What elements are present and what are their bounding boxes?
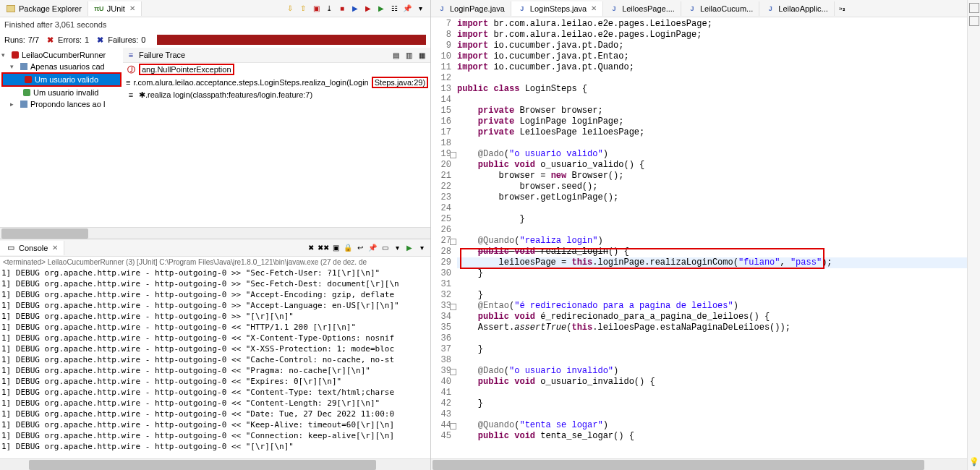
editor-tab-active[interactable]: JLoginSteps.java✕ <box>511 1 603 16</box>
close-icon[interactable]: ✕ <box>52 244 58 252</box>
line-number: 14 <box>431 95 457 106</box>
tree-scenario[interactable]: Apenas usuarios cad <box>30 62 105 71</box>
scroll-lock-icon[interactable]: ⤓ <box>323 3 335 14</box>
tree-scenario[interactable]: Propondo lances ao l <box>30 100 105 108</box>
code-line[interactable]: browser = new Browser(); <box>457 171 980 181</box>
console-hscroll[interactable] <box>0 458 430 470</box>
code-line[interactable]: import io.cucumber.java.pt.Entao; <box>457 51 980 62</box>
prev-failure-icon[interactable]: ⇩ <box>284 3 296 14</box>
junit-test-tree[interactable]: ▾LeilaoCucumberRunner ▾Apenas usuarios c… <box>0 48 123 227</box>
stack-line-icon: ≡ <box>126 77 130 87</box>
close-icon[interactable]: ✕ <box>591 4 597 12</box>
next-failure-icon[interactable]: ⇧ <box>297 3 309 14</box>
code-line[interactable] <box>457 388 980 398</box>
trace-exception-row[interactable]: Ⓙ ang.NullPointerException <box>123 63 430 76</box>
history-icon[interactable]: ☷ <box>388 3 400 14</box>
remove-launch-icon[interactable]: ✖✖ <box>318 242 329 254</box>
pin-console-icon[interactable]: 📌 <box>367 242 378 254</box>
junit-stats-bar: Runs: 7/7 ✖ Errors: 1 ✖ Failures: 0 <box>0 32 430 48</box>
tab-package-explorer[interactable]: Package Explorer <box>0 1 88 16</box>
editor-tab[interactable]: JLeilaoCucum... <box>681 1 759 16</box>
code-line[interactable]: } <box>457 344 980 355</box>
editor-tab[interactable]: JLeiloesPage.... <box>603 1 681 16</box>
code-line[interactable]: @Entao("é redirecionado para a pagina de… <box>457 301 980 312</box>
code-line[interactable] <box>457 355 980 366</box>
code-line[interactable]: import br.com.alura.leilao.e2e.pages.Lei… <box>457 19 980 30</box>
failure-trace-pane: ≡ Failure Trace ▤ ▥ ▦ Ⓙ ang.NullPointerE… <box>123 48 430 227</box>
code-line[interactable]: public void o_usuario_invalido() { <box>457 377 980 388</box>
code-line[interactable] <box>457 225 980 236</box>
more-tabs-button[interactable]: »₃ <box>835 3 850 14</box>
show-failures-icon[interactable]: ▣ <box>310 3 322 14</box>
rerun-icon[interactable]: ▶ <box>349 3 361 14</box>
code-line[interactable]: } <box>457 268 980 279</box>
code-line[interactable]: browser.seed(); <box>457 181 980 192</box>
code-line[interactable]: import br.com.alura.leilao.e2e.pages.Log… <box>457 30 980 40</box>
editor-tab[interactable]: JLoginPage.java <box>431 1 511 16</box>
new-console-icon[interactable]: ▶ <box>404 242 415 254</box>
code-line[interactable]: public class LoginSteps { <box>457 84 980 95</box>
compare-icon[interactable]: ▤ <box>390 49 401 61</box>
code-line[interactable]: private Browser browser; <box>457 106 980 116</box>
code-line[interactable]: @Quando("tenta se logar") <box>457 420 980 431</box>
code-content[interactable]: import br.com.alura.leilao.e2e.pages.Lei… <box>457 17 980 458</box>
code-line[interactable] <box>457 409 980 420</box>
editor-tab-bar: JLoginPage.java JLoginSteps.java✕ JLeilo… <box>431 0 980 17</box>
code-line[interactable] <box>457 138 980 149</box>
code-line[interactable]: } <box>457 290 980 301</box>
open-console-icon[interactable]: ▾ <box>391 242 403 254</box>
trace-stack-row[interactable]: ≡ ✱.realiza login(classpath:features/log… <box>123 89 430 101</box>
tree-item-selected[interactable]: Um usuario valido <box>1 72 122 87</box>
code-line[interactable]: public void tenta_se_logar() { <box>457 431 980 442</box>
editor-hscroll[interactable] <box>431 458 980 470</box>
ft-menu-icon[interactable]: ▦ <box>416 49 427 61</box>
tab-junit[interactable]: πU JUnit ✕ <box>88 1 142 16</box>
console-icon: ▭ <box>6 243 16 253</box>
pin-icon[interactable]: 📌 <box>401 3 413 14</box>
code-line[interactable]: private LeiloesPage leiloesPage; <box>457 127 980 138</box>
code-line[interactable]: leiloesPage = this.loginPage.realizaLogi… <box>457 257 980 268</box>
view-menu-icon[interactable]: ▾ <box>414 3 426 14</box>
code-line[interactable]: @Dado("o usuario valido") <box>457 149 980 160</box>
filter-icon[interactable]: ▥ <box>403 49 414 61</box>
code-line[interactable]: public void realiza_login() { <box>457 247 980 257</box>
code-line[interactable]: import io.cucumber.java.pt.Quando; <box>457 62 980 73</box>
code-line[interactable]: private LoginPage loginPage; <box>457 116 980 127</box>
code-line[interactable] <box>457 203 980 214</box>
stop-icon[interactable]: ■ <box>336 3 348 14</box>
tab-console[interactable]: ▭ Console ✕ <box>0 241 64 255</box>
word-wrap-icon[interactable]: ↩ <box>354 242 366 254</box>
close-icon[interactable]: ✕ <box>129 4 135 12</box>
display-selected-icon[interactable]: ▭ <box>379 242 391 254</box>
line-number: 33 <box>431 301 457 312</box>
code-line[interactable]: import io.cucumber.java.pt.Dado; <box>457 40 980 51</box>
rerun-failed-icon[interactable]: ▶ <box>362 3 374 14</box>
console-menu-icon[interactable]: ▾ <box>416 242 427 254</box>
tip-icon[interactable]: 💡 <box>969 457 979 467</box>
code-line[interactable]: @Dado("o usuario invalido") <box>457 366 980 377</box>
code-line[interactable]: Assert.assertTrue(this.leiloesPage.estaN… <box>457 322 980 333</box>
editor-tab[interactable]: JLeilaoApplic... <box>759 1 835 16</box>
clear-console-icon[interactable]: ✖ <box>305 242 317 254</box>
tree-hscroll[interactable] <box>0 227 430 239</box>
outline-icon[interactable] <box>969 3 979 13</box>
code-line[interactable] <box>457 73 980 84</box>
trace-stack-row[interactable]: ≡ r.com.alura.leilao.acceptance.steps.Lo… <box>123 76 430 89</box>
code-line[interactable] <box>457 333 980 344</box>
scroll-lock-icon[interactable]: 🔒 <box>342 242 354 254</box>
tasks-icon[interactable] <box>969 16 979 26</box>
terminate-icon[interactable]: ▣ <box>330 242 341 254</box>
console-output[interactable]: 1] DEBUG org.apache.http.wire - http-out… <box>0 268 430 458</box>
code-editor[interactable]: 7891011121314151617181920212223242526272… <box>431 17 980 458</box>
code-line[interactable] <box>457 95 980 106</box>
code-line[interactable]: public void é_redirecionado_para_a_pagin… <box>457 312 980 322</box>
code-line[interactable]: browser.getLoginPage(); <box>457 192 980 203</box>
code-line[interactable] <box>457 279 980 290</box>
code-line[interactable]: } <box>457 214 980 225</box>
tree-root[interactable]: LeilaoCucumberRunner <box>22 51 106 59</box>
run-icon[interactable]: ▶ <box>375 3 387 14</box>
tree-leaf[interactable]: Um usuario invalid <box>33 88 98 97</box>
code-line[interactable]: } <box>457 398 980 409</box>
code-line[interactable]: public void o_usuario_valido() { <box>457 160 980 171</box>
code-line[interactable]: @Quando("realiza login") <box>457 236 980 247</box>
